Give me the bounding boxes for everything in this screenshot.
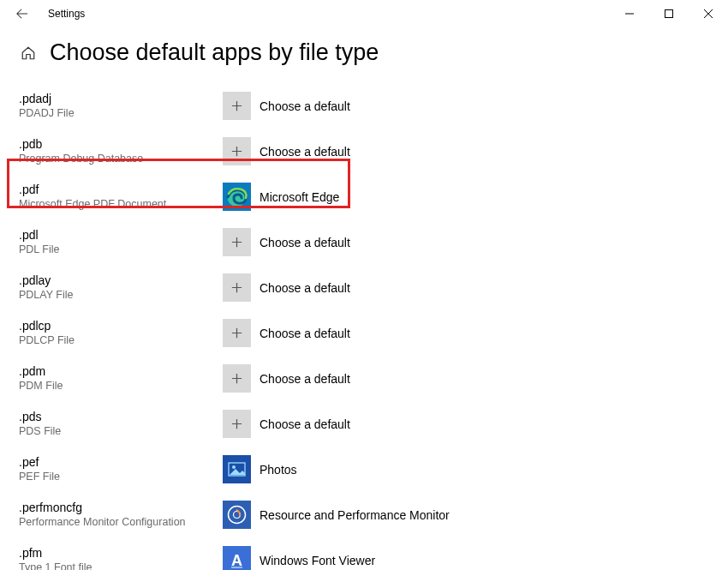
app-icon-box[interactable] (223, 92, 251, 120)
file-type-row[interactable]: .pdb Program Debug Database Choose a def… (19, 129, 728, 174)
file-type-description: Microsoft Edge PDF Document (19, 198, 223, 211)
svg-point-4 (232, 465, 236, 469)
file-extension: .pdm (19, 364, 223, 379)
window-controls (610, 0, 728, 27)
file-type-row[interactable]: .pdl PDL File Choose a default (19, 219, 728, 265)
file-type-row[interactable]: .pdlcp PDLCP File Choose a default (19, 310, 728, 356)
file-type-info: .pdlcp PDLCP File (19, 319, 223, 347)
app-icon-box[interactable] (223, 273, 251, 302)
file-type-description: Program Debug Database (19, 153, 223, 165)
app-icon-box[interactable] (223, 455, 251, 483)
file-type-info: .pdm PDM File (19, 364, 223, 393)
file-type-info: .pdlay PDLAY File (19, 273, 223, 302)
file-type-description: PDLAY File (19, 289, 223, 302)
file-type-description: PDADJ File (19, 107, 223, 120)
file-type-info: .pds PDS File (19, 410, 223, 438)
file-type-info: .pdb Program Debug Database (19, 137, 223, 165)
file-type-list: .pdadj PDADJ File Choose a default .pdb … (0, 83, 728, 570)
app-label: Resource and Performance Monitor (260, 508, 450, 522)
file-extension: .perfmoncfg (19, 501, 223, 515)
back-button[interactable] (5, 0, 39, 27)
file-extension: .pds (19, 410, 223, 424)
app-label: Choose a default (260, 99, 350, 113)
file-extension: .pdadj (19, 92, 223, 106)
plus-icon (230, 417, 243, 430)
file-type-description: Performance Monitor Configuration (19, 516, 223, 529)
file-type-info: .pfm Type 1 Font file (19, 546, 223, 570)
app-icon-box[interactable] (223, 319, 251, 347)
svg-rect-0 (665, 10, 673, 18)
app-label: Choose a default (260, 372, 350, 386)
plus-icon (230, 281, 243, 294)
edge-icon (223, 183, 251, 211)
file-type-info: .pdl PDL File (19, 228, 223, 256)
plus-icon (230, 372, 243, 385)
app-label: Choose a default (260, 327, 350, 340)
window-title: Settings (48, 8, 85, 20)
app-icon-box[interactable] (223, 410, 251, 438)
plus-icon (230, 327, 243, 339)
minimize-icon (625, 9, 634, 18)
app-icon-box[interactable]: A (223, 546, 251, 570)
file-type-info: .pdf Microsoft Edge PDF Document (19, 183, 223, 211)
file-type-description: Type 1 Font file (19, 561, 223, 570)
app-label: Choose a default (260, 145, 350, 159)
file-type-row[interactable]: .perfmoncfg Performance Monitor Configur… (19, 492, 728, 537)
app-label: Choose a default (260, 417, 350, 431)
app-label: Microsoft Edge (260, 190, 339, 204)
file-type-row[interactable]: .pdlay PDLAY File Choose a default (19, 265, 728, 310)
plus-icon (230, 145, 243, 158)
app-label: Photos (260, 463, 297, 477)
file-type-description: PDS File (19, 425, 223, 438)
file-type-row[interactable]: .pef PEF File Photos (19, 447, 728, 492)
maximize-button[interactable] (649, 0, 689, 27)
svg-rect-2 (223, 455, 251, 483)
file-extension: .pdlay (19, 273, 223, 288)
file-type-row[interactable]: .pdf Microsoft Edge PDF Document Microso… (19, 174, 728, 219)
plus-icon (230, 236, 243, 249)
app-icon-box[interactable] (223, 137, 251, 165)
file-type-info: .perfmoncfg Performance Monitor Configur… (19, 501, 223, 529)
file-extension: .pdl (19, 228, 223, 243)
file-type-description: PDLCP File (19, 334, 223, 347)
resmon-icon (223, 501, 251, 529)
close-icon (704, 9, 713, 18)
file-type-description: PDM File (19, 380, 223, 393)
file-type-row[interactable]: .pds PDS File Choose a default (19, 401, 728, 447)
svg-text:A: A (231, 552, 242, 569)
svg-rect-5 (223, 501, 251, 529)
app-icon-box[interactable] (223, 183, 251, 211)
file-extension: .pdb (19, 137, 223, 152)
home-icon[interactable] (19, 45, 38, 61)
file-extension: .pdf (19, 183, 223, 197)
titlebar: Settings (0, 0, 728, 27)
file-type-row[interactable]: .pdm PDM File Choose a default (19, 356, 728, 401)
minimize-button[interactable] (610, 0, 649, 27)
file-type-info: .pef PEF File (19, 455, 223, 483)
page-header: Choose default apps by file type (0, 27, 728, 83)
file-extension: .pfm (19, 546, 223, 561)
app-icon-box[interactable] (223, 364, 251, 393)
file-type-description: PDL File (19, 243, 223, 256)
app-label: Windows Font Viewer (260, 554, 375, 567)
app-label: Choose a default (260, 281, 350, 295)
plus-icon (230, 99, 243, 112)
close-button[interactable] (689, 0, 728, 27)
app-icon-box[interactable] (223, 501, 251, 529)
app-icon-box[interactable] (223, 228, 251, 256)
back-arrow-icon (16, 8, 28, 20)
file-extension: .pef (19, 455, 223, 470)
file-extension: .pdlcp (19, 319, 223, 333)
maximize-icon (665, 9, 673, 18)
file-type-description: PEF File (19, 471, 223, 483)
photos-icon (223, 455, 251, 483)
file-type-row[interactable]: .pdadj PDADJ File Choose a default (19, 83, 728, 129)
page-title: Choose default apps by file type (50, 39, 379, 66)
file-type-info: .pdadj PDADJ File (19, 92, 223, 120)
fontview-icon: A (223, 546, 251, 570)
file-type-row[interactable]: .pfm Type 1 Font file A Windows Font Vie… (19, 537, 728, 570)
app-label: Choose a default (260, 236, 350, 249)
